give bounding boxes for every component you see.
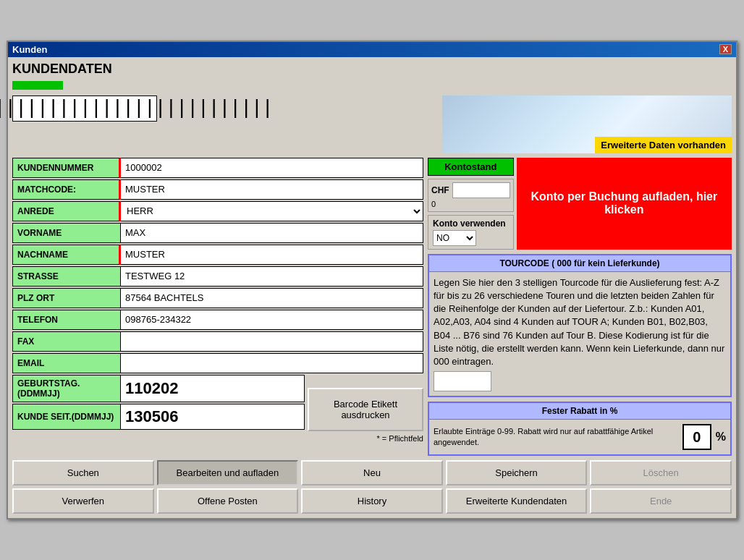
field-value: 1000002 bbox=[121, 158, 423, 178]
kontostand-label: Kontostand bbox=[428, 158, 514, 176]
offene_posten-button[interactable]: Offene Posten bbox=[157, 488, 299, 514]
field-label: KUNDENNUMMER bbox=[12, 158, 121, 178]
large-fields-row: GEBURTSTAG.(DDMMJJ)110202KUNDE SEIT.(DDM… bbox=[12, 375, 423, 431]
field-label: PLZ ORT bbox=[12, 288, 121, 308]
field-value-large: 130506 bbox=[121, 404, 305, 430]
field-row-matchcode-: MATCHCODE:MUSTER bbox=[12, 179, 423, 200]
barcode-lines: ||||||||||||||||||||||||||||||||||| bbox=[0, 97, 272, 119]
title-bar: Kunden X bbox=[8, 42, 736, 57]
field-label: STRASSE bbox=[12, 266, 121, 287]
field-row-email: EMAIL bbox=[12, 353, 423, 373]
field-value: 098765-234322 bbox=[121, 310, 423, 330]
close-button[interactable]: X bbox=[719, 44, 732, 54]
field-label: MATCHCODE: bbox=[12, 179, 121, 200]
neu-button[interactable]: Neu bbox=[301, 460, 443, 485]
main-layout: KUNDENNUMMER1000002MATCHCODE:MUSTERANRED… bbox=[12, 158, 732, 456]
barcode-button[interactable]: Barcode Etikett ausdrucken bbox=[308, 388, 423, 431]
rabatt-value: 0 bbox=[682, 424, 711, 450]
customer-photo: Erweiterte Daten vorhanden bbox=[442, 96, 732, 153]
left-panel: KUNDENNUMMER1000002MATCHCODE:MUSTERANRED… bbox=[12, 158, 423, 456]
field-value[interactable]: HERRFRAUFIRMA bbox=[121, 201, 423, 221]
field-row-telefon: TELEFON098765-234322 bbox=[12, 310, 423, 330]
header-left: ||||||||||||||||||||||||||||||||||| bbox=[12, 96, 442, 129]
history-button[interactable]: History bbox=[301, 488, 443, 514]
chf-label: CHF bbox=[431, 185, 449, 195]
tourcode-text: Legen Sie hier den 3 stelligen Tourcode … bbox=[434, 277, 724, 367]
bearbeiten-button[interactable]: Bearbeiten und aufladen bbox=[157, 460, 299, 485]
rabatt-percent: % bbox=[716, 430, 726, 444]
field-row-strasse: STRASSETESTWEG 12 bbox=[12, 266, 423, 287]
field-value: MUSTER bbox=[121, 179, 423, 200]
tourcode-input[interactable] bbox=[434, 371, 491, 391]
field-row-fax: FAX bbox=[12, 331, 423, 352]
suchen-button[interactable]: Suchen bbox=[12, 460, 154, 485]
window-title: Kunden bbox=[12, 44, 47, 55]
field-label: FAX bbox=[12, 331, 121, 352]
green-status-bar bbox=[12, 81, 63, 90]
chf-value: 0 bbox=[431, 200, 510, 208]
tourcode-body: Legen Sie hier den 3 stelligen Tourcode … bbox=[429, 272, 730, 396]
konto-left: Kontostand CHF 0 Konto verwenden NO bbox=[428, 158, 514, 250]
field-label: VORNAME bbox=[12, 223, 121, 243]
field-value: TESTWEG 12 bbox=[121, 266, 423, 287]
field-row-vorname: VORNAMEMAX bbox=[12, 223, 423, 243]
field-label-large: KUNDE SEIT.(DDMMJJ) bbox=[12, 404, 121, 430]
field-row-nachname: NACHNAMEMUSTER bbox=[12, 245, 423, 265]
chf-input[interactable] bbox=[452, 182, 510, 198]
field-label: NACHNAME bbox=[12, 245, 121, 265]
field-row-large: GEBURTSTAG.(DDMMJJ)110202 bbox=[12, 375, 305, 402]
erweiterte-button[interactable]: Erweiterte Kundendaten bbox=[446, 488, 588, 514]
field-label-large: GEBURTSTAG.(DDMMJJ) bbox=[12, 375, 121, 402]
anrede-select[interactable]: HERRFRAUFIRMA bbox=[121, 202, 423, 221]
field-value bbox=[121, 353, 423, 373]
konto-red-button[interactable]: Konto per Buchung aufladen, hier klicken bbox=[517, 158, 732, 250]
konto-verwenden-label: Konto verwenden bbox=[433, 219, 509, 229]
rabatt-header: Fester Rabatt in % bbox=[429, 403, 730, 420]
field-label: EMAIL bbox=[12, 353, 121, 373]
loeschen-button: Löschen bbox=[590, 460, 732, 485]
tourcode-header: TOURCODE ( 000 für kein Lieferkunde) bbox=[429, 255, 730, 272]
barcode-row: ||||||||||||||||||||||||||||||||||| bbox=[12, 96, 442, 122]
pflichtfeld-note: * = Pflichtfeld bbox=[12, 434, 423, 443]
barcode-display: ||||||||||||||||||||||||||||||||||| bbox=[12, 96, 157, 122]
section-title: KUNDENDATEN bbox=[12, 61, 732, 77]
rabatt-text: Erlaubte Einträge 0-99. Rabatt wird nur … bbox=[434, 426, 678, 449]
fields-container: KUNDENNUMMER1000002MATCHCODE:MUSTERANRED… bbox=[12, 158, 423, 373]
konto-verwenden-select[interactable]: NO JA bbox=[433, 230, 476, 246]
field-value: MUSTER bbox=[121, 245, 423, 265]
chf-area: CHF 0 bbox=[428, 179, 514, 212]
field-row-kundennummer: KUNDENNUMMER1000002 bbox=[12, 158, 423, 178]
button-row2: VerwerfenOffene PostenHistoryErweiterte … bbox=[12, 488, 732, 514]
field-value bbox=[121, 331, 423, 352]
field-row-anrede: ANREDEHERRFRAUFIRMA bbox=[12, 201, 423, 221]
rabatt-body: Erlaubte Einträge 0-99. Rabatt wird nur … bbox=[429, 420, 730, 454]
ende-button: Ende bbox=[590, 488, 732, 514]
field-label: TELEFON bbox=[12, 310, 121, 330]
erweitert-banner: Erweiterte Daten vorhanden bbox=[595, 137, 732, 153]
field-value: MAX bbox=[121, 223, 423, 243]
header-area: ||||||||||||||||||||||||||||||||||| Erwe… bbox=[12, 96, 732, 153]
right-panel: Kontostand CHF 0 Konto verwenden NO bbox=[428, 158, 732, 456]
main-window: Kunden X KUNDENDATEN |||||||||||||||||||… bbox=[7, 41, 737, 519]
field-label: ANREDE bbox=[12, 201, 121, 221]
field-value-large: 110202 bbox=[121, 375, 305, 402]
button-row1: SuchenBearbeiten und aufladenNeuSpeicher… bbox=[12, 460, 732, 485]
speichern-button[interactable]: Speichern bbox=[446, 460, 588, 485]
field-value: 87564 BACHTELS bbox=[121, 288, 423, 308]
tourcode-section: TOURCODE ( 000 für kein Lieferkunde) Leg… bbox=[428, 254, 732, 397]
konto-verwenden-box: Konto verwenden NO JA bbox=[428, 215, 514, 250]
field-row-plz-ort: PLZ ORT87564 BACHTELS bbox=[12, 288, 423, 308]
verwerfen-button[interactable]: Verwerfen bbox=[12, 488, 154, 514]
rabatt-section: Fester Rabatt in % Erlaubte Einträge 0-9… bbox=[428, 402, 732, 456]
konto-area: Kontostand CHF 0 Konto verwenden NO bbox=[428, 158, 732, 250]
field-row-large: KUNDE SEIT.(DDMMJJ)130506 bbox=[12, 404, 305, 430]
